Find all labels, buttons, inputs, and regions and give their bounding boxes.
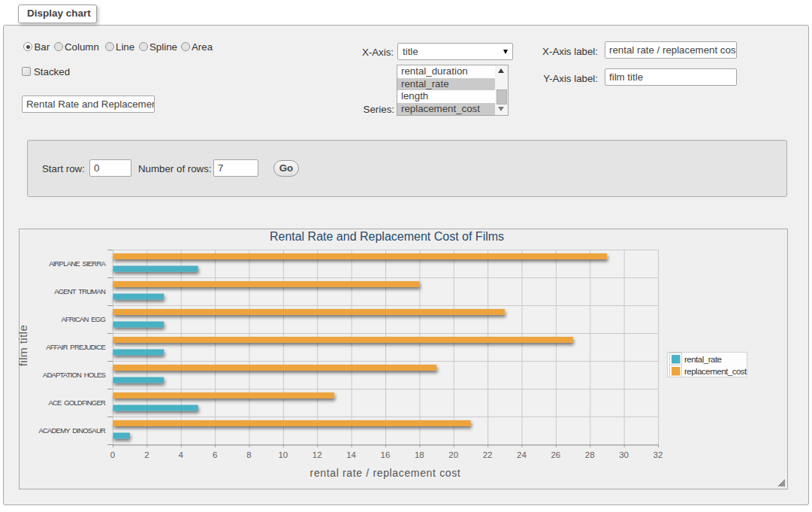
svg-text:AGENT TRUMAN: AGENT TRUMAN <box>54 287 106 295</box>
svg-text:10: 10 <box>278 450 288 459</box>
svg-text:film title: film title <box>19 325 29 367</box>
svg-text:AFFAIR PREJUDICE: AFFAIR PREJUDICE <box>46 343 105 351</box>
svg-text:2: 2 <box>144 450 149 459</box>
svg-text:26: 26 <box>551 450 560 459</box>
svg-text:8: 8 <box>246 450 251 459</box>
svg-text:ADAPTATION HOLES: ADAPTATION HOLES <box>43 371 106 379</box>
svg-text:30: 30 <box>619 450 629 459</box>
svg-text:6: 6 <box>213 450 217 459</box>
svg-text:0: 0 <box>110 450 115 459</box>
svg-text:12: 12 <box>312 450 322 459</box>
svg-text:28: 28 <box>585 450 595 459</box>
svg-text:16: 16 <box>381 450 391 459</box>
svg-text:ACE GOLDFINGER: ACE GOLDFINGER <box>48 398 106 407</box>
svg-text:4: 4 <box>179 450 184 459</box>
svg-text:ACADEMY DINOSAUR: ACADEMY DINOSAUR <box>38 426 106 435</box>
svg-text:18: 18 <box>415 450 424 459</box>
svg-text:rental_rate: rental_rate <box>684 355 722 364</box>
svg-text:22: 22 <box>483 450 493 459</box>
svg-text:14: 14 <box>346 450 356 459</box>
svg-text:replacement_cost: replacement_cost <box>684 367 747 376</box>
svg-text:32: 32 <box>654 450 663 459</box>
svg-text:24: 24 <box>517 450 527 459</box>
svg-text:20: 20 <box>448 450 458 459</box>
svg-text:rental rate / replacement cost: rental rate / replacement cost <box>310 467 461 479</box>
svg-text:AFRICAN EGG: AFRICAN EGG <box>62 315 106 323</box>
svg-text:AIRPLANE SIERRA: AIRPLANE SIERRA <box>49 259 106 268</box>
svg-text:Rental Rate and Replacement Co: Rental Rate and Replacement Cost of Film… <box>270 230 504 243</box>
